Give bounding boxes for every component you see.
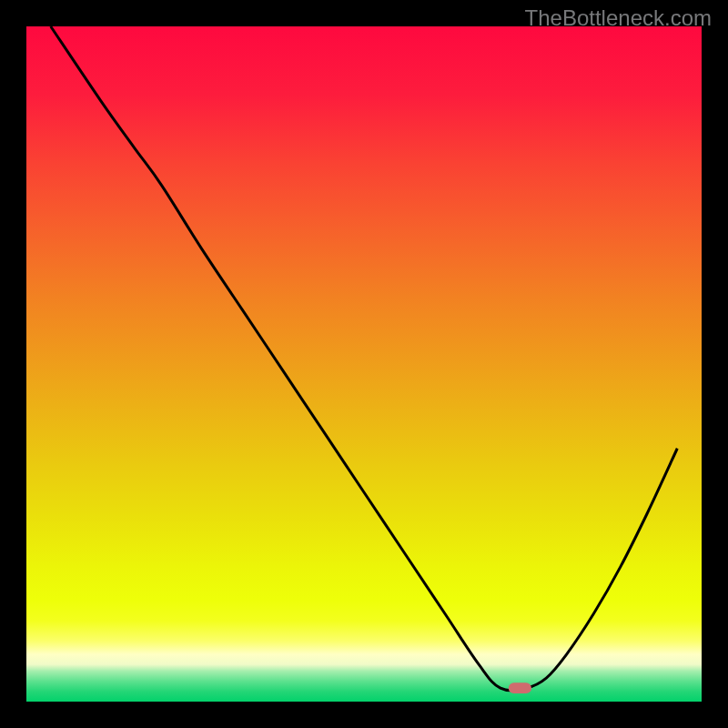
watermark-text: TheBottleneck.com xyxy=(525,5,712,31)
chart-container: TheBottleneck.com xyxy=(0,0,728,728)
ideal-marker xyxy=(509,682,531,693)
bottleneck-chart xyxy=(0,0,728,728)
